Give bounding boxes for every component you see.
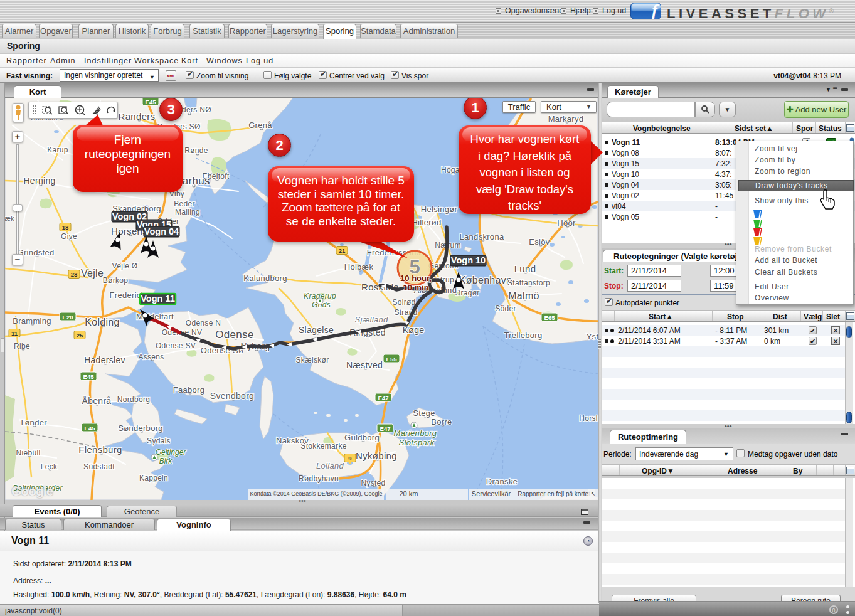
svg-text:Marienborg: Marienborg xyxy=(394,428,437,438)
svg-text:Børkop: Børkop xyxy=(103,276,129,285)
svg-text:Kappeln: Kappeln xyxy=(139,474,168,482)
svg-text:Sydals: Sydals xyxy=(147,437,171,445)
svg-text:10 hour,: 10 hour, xyxy=(400,273,432,283)
svg-text:Vejle Ø: Vejle Ø xyxy=(112,262,138,270)
svg-text:Herning: Herning xyxy=(23,176,55,186)
svg-text:Nykøbing: Nykøbing xyxy=(356,450,397,461)
svg-text:Niebüll: Niebüll xyxy=(16,449,41,457)
svg-text:Dranske: Dranske xyxy=(486,477,518,486)
svg-text:Nakskov: Nakskov xyxy=(276,436,309,445)
svg-text:Ystad: Ystad xyxy=(587,332,598,341)
svg-text:Karup: Karup xyxy=(47,146,68,154)
svg-text:E47: E47 xyxy=(380,425,391,432)
svg-text:Solrød: Solrød xyxy=(392,298,415,307)
svg-text:Nordborg: Nordborg xyxy=(117,395,150,404)
svg-text:Höör: Höör xyxy=(557,218,576,228)
svg-text:bæk: bæk xyxy=(5,215,14,222)
svg-text:Vogn 11: Vogn 11 xyxy=(141,294,175,304)
svg-text:København: København xyxy=(459,275,512,285)
svg-text:Malling: Malling xyxy=(175,208,200,216)
svg-text:Assens: Assens xyxy=(138,353,164,361)
svg-text:Hillerød: Hillerød xyxy=(412,218,441,227)
svg-text:Lolland: Lolland xyxy=(316,461,344,470)
svg-text:Horslunde: Horslunde xyxy=(579,414,598,423)
svg-text:Markaryd: Markaryd xyxy=(548,114,584,124)
svg-text:Holbæk: Holbæk xyxy=(344,262,374,272)
svg-text:Give: Give xyxy=(61,232,77,241)
svg-text:Sønderborg: Sønderborg xyxy=(118,423,163,433)
svg-text:E65: E65 xyxy=(544,314,556,321)
svg-text:25: 25 xyxy=(77,332,83,339)
svg-text:Odense SV: Odense SV xyxy=(156,341,196,350)
svg-text:Staffanstorp: Staffanstorp xyxy=(507,279,550,287)
svg-text:Skælskør: Skælskør xyxy=(295,356,329,364)
svg-text:Birk: Birk xyxy=(159,457,173,465)
svg-text:E55: E55 xyxy=(386,356,398,363)
svg-text:Stege: Stege xyxy=(413,408,435,418)
svg-text:Haderslev: Haderslev xyxy=(84,355,125,365)
svg-text:Eslöv: Eslöv xyxy=(529,237,550,247)
svg-text:Leck: Leck xyxy=(41,462,58,471)
svg-text:Vogn 04: Vogn 04 xyxy=(144,226,179,236)
svg-text:Landskrona: Landskrona xyxy=(460,232,504,242)
svg-text:Flensburg: Flensburg xyxy=(78,444,122,455)
svg-text:Grenå: Grenå xyxy=(248,120,272,130)
svg-text:Nysted: Nysted xyxy=(361,479,385,487)
svg-text:9: 9 xyxy=(348,455,351,462)
svg-text:E45: E45 xyxy=(83,373,95,380)
svg-text:Helsingør: Helsingør xyxy=(421,204,458,214)
svg-text:10 min: 10 min xyxy=(403,283,428,292)
svg-text:Svendborg: Svendborg xyxy=(210,391,254,401)
svg-text:Randers: Randers xyxy=(119,111,156,122)
svg-text:E47: E47 xyxy=(378,395,389,401)
svg-text:Dragør: Dragør xyxy=(455,289,479,297)
svg-text:Bramming: Bramming xyxy=(13,316,51,326)
svg-text:Ribe: Ribe xyxy=(14,342,30,351)
svg-text:Kolding: Kolding xyxy=(85,317,119,327)
svg-text:Vejle: Vejle xyxy=(81,268,104,279)
svg-text:18: 18 xyxy=(62,224,69,231)
svg-text:Sjælland: Sjælland xyxy=(355,315,388,324)
svg-text:Söder: Söder xyxy=(495,304,516,313)
svg-text:11: 11 xyxy=(11,330,18,337)
svg-text:Lund: Lund xyxy=(514,263,536,274)
svg-text:Südstadt: Südstadt xyxy=(83,462,115,471)
svg-text:E45: E45 xyxy=(146,98,157,105)
svg-text:Odense: Odense xyxy=(215,329,253,341)
svg-text:28: 28 xyxy=(71,271,78,278)
svg-text:Slotspark: Slotspark xyxy=(399,438,435,447)
svg-text:Malmö: Malmö xyxy=(508,290,539,301)
svg-text:Beder: Beder xyxy=(174,199,195,208)
svg-text:E20: E20 xyxy=(63,314,73,321)
svg-text:Næstved: Næstved xyxy=(346,360,383,370)
svg-text:Kalundborg: Kalundborg xyxy=(243,273,287,283)
svg-text:Rødbyhavn: Rødbyhavn xyxy=(299,474,339,483)
svg-text:Geltinger: Geltinger xyxy=(156,448,187,457)
svg-text:Odense N: Odense N xyxy=(186,319,221,327)
svg-text:Åbenrå: Åbenrå xyxy=(82,396,112,406)
svg-text:Rønde: Rønde xyxy=(184,146,208,155)
svg-text:Faaborg: Faaborg xyxy=(173,385,205,395)
svg-text:Borre: Borre xyxy=(431,417,452,427)
svg-text:Slagelse: Slagelse xyxy=(299,325,334,335)
svg-text:Trelleborg: Trelleborg xyxy=(504,331,542,340)
svg-text:Tønder: Tønder xyxy=(19,418,47,427)
svg-text:E45: E45 xyxy=(85,425,96,432)
svg-text:Guldborg: Guldborg xyxy=(344,433,380,442)
svg-text:Vogn 10: Vogn 10 xyxy=(451,255,486,265)
